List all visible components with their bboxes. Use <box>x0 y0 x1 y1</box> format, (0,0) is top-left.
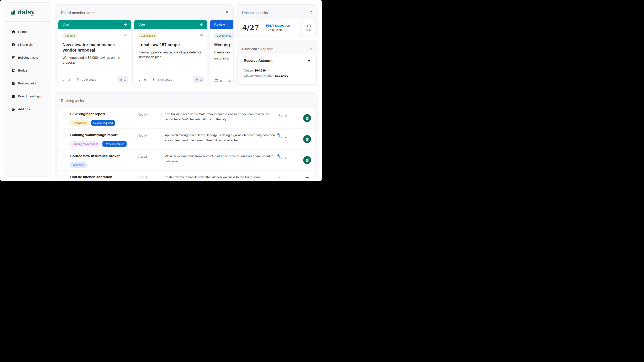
card-footer: 0 <box>214 79 234 83</box>
building-avatar[interactable] <box>303 156 311 164</box>
card-description: We negotiated a $6,000 savings on the pr… <box>62 55 127 65</box>
more-visits-label: more <box>306 29 312 32</box>
board-card-local-law-157[interactable]: Vote Compliance 1d Local Law 157 scope P… <box>134 20 207 86</box>
attachment-count: 1 <box>124 78 126 81</box>
task-list-icon <box>11 56 16 60</box>
tag-compliance: Compliance <box>138 33 157 38</box>
comment-icon <box>214 79 218 83</box>
bullet-dot <box>161 177 162 178</box>
column-divider <box>134 108 134 128</box>
sidebar-item-add-ons[interactable]: Add ons <box>8 104 48 114</box>
building-avatar[interactable] <box>303 177 311 178</box>
task-note: Tristan wants to knock down the kitchen … <box>165 174 276 178</box>
visit-event-link[interactable]: FDNY Inspection <box>266 24 290 27</box>
task-row-fisp-report[interactable]: FISP engineer report Compliance Review r… <box>58 108 315 128</box>
sidebar-item-label: Building tasks <box>18 56 38 60</box>
task-note: We're reviewing bids from several insura… <box>165 153 276 164</box>
visit-time: 10 am - 2 pm <box>266 28 290 32</box>
account-balances: Chase: $64,530 Chase Money Market: $391,… <box>244 68 311 78</box>
task-row-walkthrough-report[interactable]: Building walkthrough report Building mai… <box>58 129 315 149</box>
sidebar-item-building-info[interactable]: Building info <box>8 78 48 88</box>
task-checkbox[interactable] <box>62 112 66 116</box>
sidebar-item-home[interactable]: Home <box>8 27 48 37</box>
account-selector[interactable]: Reserve Account <box>244 59 311 63</box>
sidebar-item-label: Add ons <box>18 107 30 111</box>
sidebar-item-label: Financials <box>18 43 33 47</box>
financial-card: Reserve Account Chase: $64,530 Chase Mon… <box>239 54 315 84</box>
arrow-right-icon <box>199 23 203 27</box>
comments-button[interactable]: 0 <box>214 79 222 83</box>
task-row-kitchen-alteration[interactable]: Unit 8c kitchen alteration Apr 18 Trista… <box>58 171 315 178</box>
chat-bubbles-icon <box>278 113 283 118</box>
sidebar-item-budget[interactable]: Budget <box>8 66 48 76</box>
tag-building-maintenance: Building maintenance <box>70 141 100 147</box>
card-footer: 2 2 / 5 votes 1 <box>62 76 128 83</box>
task-comments-button[interactable]: 3 <box>278 155 286 159</box>
tag-review-required: Review required <box>91 120 115 126</box>
task-checkbox[interactable] <box>62 154 66 158</box>
comments-button[interactable]: 5 <box>138 77 146 82</box>
task-checkbox[interactable] <box>62 175 66 178</box>
sidebar-item-financials[interactable]: Financials <box>8 40 48 50</box>
building-avatar[interactable] <box>303 114 311 122</box>
calendar-icon <box>11 94 16 98</box>
tasks-panel-title: Building tasks <box>61 99 84 103</box>
more-visits-count: +3 <box>306 24 311 28</box>
card-action-label: Vote <box>62 23 69 27</box>
review-header[interactable]: Review <box>210 20 234 29</box>
column-divider <box>134 129 134 149</box>
sidebar-item-board-meetings[interactable]: Board meetings <box>8 91 48 101</box>
balance-row: Chase Money Market: $391,470 <box>244 73 311 78</box>
building-icon <box>305 116 310 120</box>
card-body: Governance Meeting Please rev minutes a … <box>210 29 234 86</box>
vote-icon <box>152 77 156 82</box>
task-title: Unit 8c kitchen alteration <box>70 175 112 178</box>
building-tasks-panel: Building tasks FISP engineer report Comp… <box>55 92 318 178</box>
tag-review-required: Review required <box>102 141 126 147</box>
tag-insurance: Insurance <box>70 162 87 168</box>
board-member-items-panel: Board member items Vote Vendors 2h New e… <box>55 4 234 86</box>
board-card-meeting-minutes[interactable]: Review Governance Meeting Please rev min… <box>210 20 234 86</box>
tag-compliance: Compliance <box>70 120 89 126</box>
bullet-dot <box>161 135 162 137</box>
expand-arrow-icon[interactable] <box>309 47 313 51</box>
more-visits-button[interactable]: +3 more <box>302 19 315 36</box>
card-timestamp: 2h <box>124 34 127 37</box>
vote-header[interactable]: Vote <box>58 20 131 29</box>
card-description-line1: Please rev <box>214 50 234 55</box>
card-title: New elevator maintenance vendor proposal <box>62 42 127 53</box>
comments-button[interactable]: 2 <box>62 77 70 82</box>
sidebar-item-label: Building info <box>18 82 36 85</box>
task-comment-count: 0 <box>285 114 286 117</box>
arrow-right-icon <box>123 23 128 27</box>
board-card-elevator-proposal[interactable]: Vote Vendors 2h New elevator maintenance… <box>58 20 131 86</box>
expand-arrow-icon[interactable] <box>309 11 313 15</box>
task-comments-button[interactable]: 0 <box>278 113 286 118</box>
building-avatar[interactable] <box>303 135 311 143</box>
task-date: Today <box>138 113 147 116</box>
app-name: daisy <box>18 9 34 16</box>
card-title: Meeting <box>214 42 234 47</box>
task-comments-button[interactable]: 1 <box>278 134 286 139</box>
attachments-button[interactable]: 3 <box>193 76 204 83</box>
task-note: The building received a Safe rating from… <box>165 111 276 122</box>
tag-governance: Governance <box>214 33 234 38</box>
visit-card[interactable]: 4/27 FDNY Inspection 10 am - 2 pm <box>239 19 300 36</box>
daisy-building-icon <box>10 10 16 15</box>
unread-dot <box>278 154 280 156</box>
votes-button[interactable]: 1 / 5 votes <box>152 77 172 82</box>
attachments-button[interactable]: 1 <box>117 76 128 83</box>
balance-value: $64,530 <box>254 69 266 72</box>
task-checkbox[interactable] <box>62 133 66 137</box>
task-comments-button[interactable]: 5 <box>278 176 286 178</box>
expand-arrow-icon[interactable] <box>225 11 229 15</box>
task-tags: Compliance Review required <box>70 120 115 126</box>
app-logo[interactable]: daisy <box>4 3 51 16</box>
votes-button[interactable]: 2 / 5 votes <box>76 77 96 82</box>
task-row-insurance-broker[interactable]: Source new insurance broker Insurance Ap… <box>58 150 315 170</box>
chevron-down-icon <box>308 60 311 62</box>
paperclip-icon <box>119 78 123 81</box>
sidebar-item-building-tasks[interactable]: Building tasks <box>8 53 48 63</box>
vote-header[interactable]: Vote <box>134 20 207 29</box>
views-button[interactable] <box>228 79 232 83</box>
